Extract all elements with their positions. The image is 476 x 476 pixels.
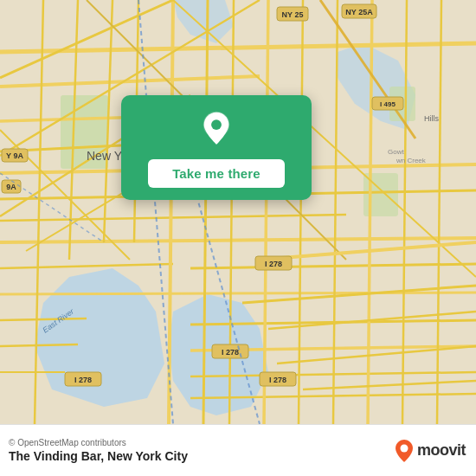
- bottom-bar: © OpenStreetMap contributors The Vinding…: [0, 424, 476, 476]
- svg-point-79: [211, 119, 222, 130]
- svg-text:I 278: I 278: [269, 376, 286, 384]
- svg-text:wn Creek: wn Creek: [396, 157, 427, 164]
- location-pin-icon: [197, 111, 235, 149]
- osm-attribution: © OpenStreetMap contributors: [9, 438, 188, 447]
- map-background: I 278 I 278 I 278 I 278 NY 25 NY 25A Y 9…: [0, 0, 476, 424]
- svg-text:I 278: I 278: [222, 348, 239, 357]
- moovit-text: moovit: [417, 441, 466, 460]
- moovit-pin-icon: [395, 439, 414, 463]
- svg-point-80: [400, 444, 408, 452]
- take-me-there-button[interactable]: Take me there: [148, 159, 285, 188]
- svg-text:NY 25: NY 25: [282, 10, 304, 19]
- svg-text:Y 9A: Y 9A: [6, 151, 23, 160]
- svg-text:I 278: I 278: [265, 260, 282, 268]
- map-container: I 278 I 278 I 278 I 278 NY 25 NY 25A Y 9…: [0, 0, 476, 424]
- svg-text:9A: 9A: [6, 183, 16, 191]
- moovit-logo: moovit: [395, 439, 466, 463]
- svg-text:Hills: Hills: [424, 114, 439, 123]
- svg-text:NY 25A: NY 25A: [345, 8, 373, 16]
- svg-text:Gowt: Gowt: [388, 148, 404, 156]
- place-name: The Vinding Bar, New York City: [9, 449, 188, 463]
- svg-text:I 278: I 278: [74, 376, 92, 384]
- action-card: Take me there: [121, 95, 312, 200]
- bottom-left-info: © OpenStreetMap contributors The Vinding…: [9, 438, 188, 463]
- svg-text:I 495: I 495: [380, 100, 396, 108]
